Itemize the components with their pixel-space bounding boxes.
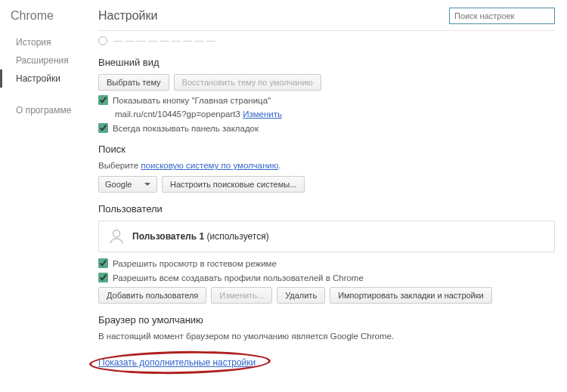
search-desc-prefix: Выберите <box>98 161 141 170</box>
user-note-label: (используется) <box>206 231 268 242</box>
search-engine-select[interactable]: Google <box>98 176 157 193</box>
brand-label: Chrome <box>11 9 83 23</box>
section-search-title: Поиск <box>98 144 555 155</box>
truncated-row: — — — — — — — — — <box>98 35 555 46</box>
manage-search-engines-button[interactable]: Настроить поисковые системы... <box>162 176 305 193</box>
home-url-value: mail.ru/cnt/10445?gp=openpart3 <box>115 110 240 119</box>
user-name-label: Пользователь 1 <box>132 231 204 242</box>
guest-mode-label: Разрешить просмотр в гостевом режиме <box>113 259 277 268</box>
restore-theme-button: Восстановить тему по умолчанию <box>174 74 321 91</box>
change-home-link[interactable]: Изменить <box>243 110 282 119</box>
search-desc-link[interactable]: поисковую систему по умолчанию <box>141 161 278 170</box>
avatar-icon <box>108 228 125 245</box>
import-bookmarks-button[interactable]: Импортировать закладки и настройки <box>330 287 492 304</box>
allow-create-checkbox[interactable] <box>98 273 108 282</box>
guest-mode-checkbox[interactable] <box>98 258 108 268</box>
allow-create-label: Разрешить всем создавать профили пользов… <box>113 273 364 282</box>
search-engine-value: Google <box>105 180 132 189</box>
show-advanced-link[interactable]: Показать дополнительные настройки <box>98 357 256 368</box>
chevron-down-icon <box>144 183 150 186</box>
show-home-label: Показывать кнопку "Главная страница" <box>113 96 271 105</box>
section-users-title: Пользователи <box>98 203 555 215</box>
remove-user-button[interactable]: Удалить <box>277 287 325 304</box>
edit-user-button: Изменить... <box>211 287 272 304</box>
section-appearance-title: Внешний вид <box>98 57 555 68</box>
show-home-checkbox[interactable] <box>98 95 108 105</box>
sidebar-item-history[interactable]: История <box>0 33 83 51</box>
user-row[interactable]: Пользователь 1 (используется) <box>98 221 555 252</box>
sidebar-item-about[interactable]: О программе <box>0 101 83 119</box>
page-title: Настройки <box>98 9 157 23</box>
sidebar-item-settings[interactable]: Настройки <box>0 69 83 88</box>
add-user-button[interactable]: Добавить пользователя <box>98 287 206 304</box>
search-input[interactable] <box>449 8 555 24</box>
choose-theme-button[interactable]: Выбрать тему <box>98 74 169 91</box>
section-default-browser-title: Браузер по умолчанию <box>98 314 555 326</box>
show-bookmarks-label: Всегда показывать панель закладок <box>113 124 259 133</box>
show-bookmarks-checkbox[interactable] <box>98 123 108 133</box>
default-browser-status: В настоящий момент браузером по умолчани… <box>98 332 555 341</box>
svg-point-0 <box>113 230 119 237</box>
sidebar-item-extensions[interactable]: Расширения <box>0 51 83 69</box>
